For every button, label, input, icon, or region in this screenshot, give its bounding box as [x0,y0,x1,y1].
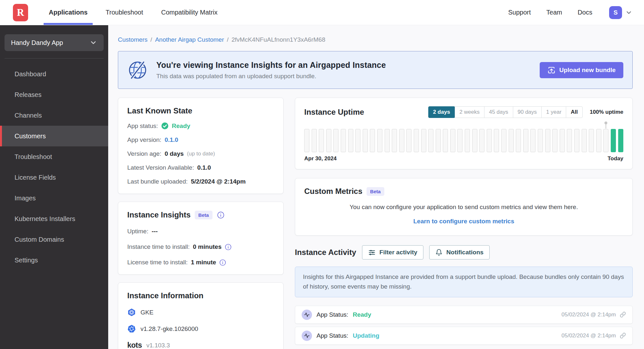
license-install-row: License time to install: 1 minute [127,259,274,266]
event-label: App Status: [317,332,348,339]
main-content: Customers / Another Airgap Customer / 2f… [108,25,644,349]
uptime-bar-empty[interactable] [582,129,587,152]
uptime-bar-empty[interactable] [392,129,397,152]
top-nav: R Applications Troubleshoot Compatibilit… [0,0,644,25]
uptime-bar-empty[interactable] [523,129,528,152]
configure-custom-metrics-link[interactable]: Learn to configure custom metrics [304,218,623,225]
sidebar-item-settings[interactable]: Settings [0,250,108,270]
replicated-logo[interactable]: R [13,4,28,21]
sidebar-item-releases[interactable]: Releases [0,84,108,105]
sidebar-item-license-fields[interactable]: License Fields [0,167,108,188]
uptime-bar-empty[interactable] [363,129,368,152]
breadcrumb-customer-name[interactable]: Another Airgap Customer [155,36,224,43]
info-icon[interactable] [219,259,226,266]
uptime-bar-empty[interactable] [341,129,346,152]
nav-docs[interactable]: Docs [570,9,600,16]
uptime-bar-empty[interactable] [304,129,309,152]
instance-install-row: Instance time to install: 0 minutes [127,243,274,250]
uptime-bar-empty[interactable] [567,129,572,152]
sidebar-item-custom-domains[interactable]: Custom Domains [0,229,108,250]
breadcrumb-instance-id: 2fvMcK4NFuALfnonn1Y3xA6rM68 [232,36,325,43]
sidebar-item-channels[interactable]: Channels [0,105,108,126]
app-version-label: App version: [127,136,161,143]
uptime-bar-empty[interactable] [348,129,353,152]
uptime-bar-empty[interactable] [494,129,499,152]
filter-activity-button[interactable]: Filter activity [362,245,423,259]
uptime-bar-up[interactable] [618,129,623,152]
uptime-bar-empty[interactable] [319,129,324,152]
uptime-bar-empty[interactable] [326,129,331,152]
uptime-bar-empty[interactable] [538,129,543,152]
tab-applications[interactable]: Applications [40,0,97,25]
uptime-bar-up[interactable] [611,129,616,152]
uptime-bar-empty[interactable] [312,129,317,152]
sidebar-item-troubleshoot[interactable]: Troubleshoot [0,146,108,167]
uptime-bar-empty[interactable] [414,129,419,152]
uptime-bar-empty[interactable] [472,129,477,152]
uptime-bar-empty[interactable] [377,129,382,152]
uptime-bar-empty[interactable] [545,129,550,152]
range-2-days[interactable]: 2 days [428,106,455,118]
breadcrumb-customers[interactable]: Customers [118,36,148,43]
filter-sliders-icon [368,249,376,256]
app-selector-dropdown[interactable]: Handy Dandy App [5,34,104,51]
custom-metrics-card: Custom Metrics Beta You can now configur… [295,178,633,236]
nav-team[interactable]: Team [539,9,570,16]
uptime-bar-empty[interactable] [370,129,375,152]
range-45-days[interactable]: 45 days [484,106,513,118]
avatar[interactable]: S [609,6,622,19]
tab-compatibility-matrix[interactable]: Compatibility Matrix [152,0,226,25]
range-all[interactable]: All [566,106,583,118]
link-icon[interactable] [620,333,626,339]
uptime-bar-empty[interactable] [574,129,579,152]
uptime-bar-empty[interactable] [560,129,565,152]
info-icon[interactable] [225,244,232,250]
range-1-year[interactable]: 1 year [541,106,566,118]
uptime-bar-empty[interactable] [428,129,433,152]
uptime-bar-empty[interactable] [406,129,411,152]
uptime-bar-empty[interactable] [465,129,470,152]
uptime-bar-empty[interactable] [603,129,608,152]
event-timestamp: 05/02/2024 @ 2:14pm [562,312,616,318]
uptime-bar-empty[interactable] [355,129,360,152]
uptime-bar-empty[interactable] [436,129,441,152]
notifications-button[interactable]: Notifications [429,245,490,259]
uptime-bar-empty[interactable] [457,129,462,152]
uptime-bar-empty[interactable] [552,129,557,152]
app-version-link[interactable]: 0.1.0 [165,136,178,143]
uptime-bar-empty[interactable] [516,129,521,152]
range-90-days[interactable]: 90 days [513,106,542,118]
range-2-weeks[interactable]: 2 weeks [455,106,484,118]
uptime-bar-empty[interactable] [501,129,506,152]
sidebar-item-customers[interactable]: Customers [0,126,108,146]
uptime-bar-empty[interactable] [479,129,484,152]
uptime-bar-empty[interactable] [509,129,514,152]
activity-event-row[interactable]: App Status: Ready 05/02/2024 @ 2:14pm [295,306,633,324]
uptime-bar-empty[interactable] [399,129,404,152]
uptime-label: Uptime: [127,228,148,235]
activity-event-list: App Status: Ready 05/02/2024 @ 2:14pm [295,306,633,345]
uptime-bar-empty[interactable] [450,129,455,152]
uptime-bar-empty[interactable] [530,129,535,152]
activity-event-row[interactable]: App Status: Updating 05/02/2024 @ 2:14pm [295,327,633,345]
chevron-down-icon[interactable] [625,9,632,16]
check-circle-icon [161,122,169,130]
upload-new-bundle-button[interactable]: Upload new bundle [540,62,623,78]
uptime-bar-empty[interactable] [596,129,601,152]
uptime-bar-empty[interactable] [421,129,426,152]
sidebar-item-dashboard[interactable]: Dashboard [0,64,108,84]
link-icon[interactable] [620,312,626,318]
nav-support[interactable]: Support [500,9,538,16]
uptime-bar-empty[interactable] [385,129,390,152]
breadcrumb: Customers / Another Airgap Customer / 2f… [118,36,633,43]
uptime-bar-empty[interactable] [333,129,338,152]
sidebar-item-images[interactable]: Images [0,188,108,208]
instance-information-title: Instance Information [127,291,274,300]
uptime-bar-empty[interactable] [443,129,448,152]
sidebar-item-kubernetes-installers[interactable]: Kubernetes Installers [0,208,108,229]
tab-troubleshoot[interactable]: Troubleshoot [97,0,152,25]
instance-activity-title: Instance Activity [295,248,356,257]
uptime-bar-empty[interactable] [589,129,594,152]
uptime-bar-empty[interactable] [487,129,492,152]
info-icon[interactable] [217,211,224,219]
